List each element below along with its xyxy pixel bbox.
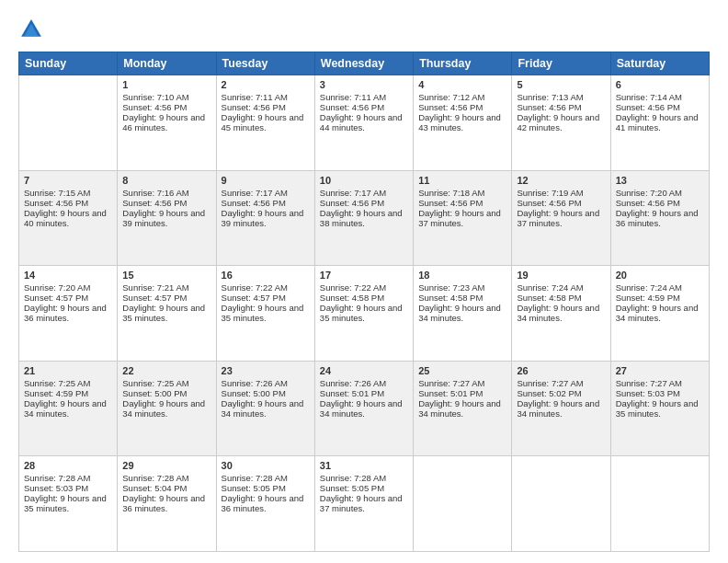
sunrise: Sunrise: 7:26 AM [320,378,386,388]
day-number: 27 [616,365,704,376]
daylight: Daylight: 9 hours and 37 minutes. [517,208,599,228]
calendar-cell: 1Sunrise: 7:10 AMSunset: 4:56 PMDaylight… [118,75,216,171]
sunrise: Sunrise: 7:14 AM [616,92,682,102]
sunset: Sunset: 4:56 PM [24,198,88,208]
sunset: Sunset: 4:58 PM [517,293,581,303]
sunrise: Sunrise: 7:26 AM [222,378,288,388]
calendar-cell: 2Sunrise: 7:11 AMSunset: 4:56 PMDaylight… [216,75,314,171]
col-header-sunday: Sunday [19,52,118,75]
daylight: Daylight: 9 hours and 34 minutes. [222,398,304,419]
sunset: Sunset: 5:01 PM [418,388,483,398]
sunrise: Sunrise: 7:10 AM [122,92,188,102]
sunset: Sunset: 4:58 PM [418,293,483,303]
daylight: Daylight: 9 hours and 40 minutes. [24,208,107,228]
sunrise: Sunrise: 7:28 AM [320,473,386,483]
day-number: 31 [320,460,408,471]
sunrise: Sunrise: 7:28 AM [222,473,288,483]
sunrise: Sunrise: 7:16 AM [122,188,188,198]
calendar-cell: 12Sunrise: 7:19 AMSunset: 4:56 PMDayligh… [512,170,610,266]
sunrise: Sunrise: 7:27 AM [616,378,682,388]
daylight: Daylight: 9 hours and 44 minutes. [320,112,403,132]
sunrise: Sunrise: 7:28 AM [122,473,188,483]
day-number: 25 [418,365,506,376]
col-header-friday: Friday [512,52,610,75]
day-number: 17 [320,270,408,281]
daylight: Daylight: 9 hours and 35 minutes. [24,493,107,513]
day-number: 10 [320,175,408,186]
daylight: Daylight: 9 hours and 37 minutes. [418,208,501,228]
col-header-thursday: Thursday [414,52,512,75]
sunset: Sunset: 4:57 PM [222,293,286,303]
calendar-cell: 8Sunrise: 7:16 AMSunset: 4:56 PMDaylight… [118,170,216,266]
sunset: Sunset: 4:56 PM [122,198,187,208]
day-number: 14 [24,270,112,281]
daylight: Daylight: 9 hours and 35 minutes. [122,303,205,323]
sunrise: Sunrise: 7:17 AM [222,188,288,198]
daylight: Daylight: 9 hours and 36 minutes. [222,493,304,513]
daylight: Daylight: 9 hours and 36 minutes. [616,208,699,228]
day-number: 12 [517,175,605,186]
calendar-cell: 23Sunrise: 7:26 AMSunset: 5:00 PMDayligh… [216,361,314,456]
daylight: Daylight: 9 hours and 37 minutes. [320,493,403,513]
daylight: Daylight: 9 hours and 42 minutes. [517,112,599,132]
calendar-cell: 19Sunrise: 7:24 AMSunset: 4:58 PMDayligh… [512,266,610,362]
sunset: Sunset: 4:58 PM [320,293,384,303]
calendar-cell: 22Sunrise: 7:25 AMSunset: 5:00 PMDayligh… [118,361,216,456]
calendar-cell: 24Sunrise: 7:26 AMSunset: 5:01 PMDayligh… [314,361,413,456]
sunrise: Sunrise: 7:27 AM [517,378,583,388]
sunset: Sunset: 5:02 PM [517,388,581,398]
page: SundayMondayTuesdayWednesdayThursdayFrid… [0,0,728,563]
calendar-header-row: SundayMondayTuesdayWednesdayThursdayFrid… [19,52,710,75]
calendar-cell: 14Sunrise: 7:20 AMSunset: 4:57 PMDayligh… [19,266,118,362]
calendar-cell [610,456,709,552]
daylight: Daylight: 9 hours and 34 minutes. [122,398,205,419]
calendar-cell: 27Sunrise: 7:27 AMSunset: 5:03 PMDayligh… [610,361,709,456]
daylight: Daylight: 9 hours and 35 minutes. [320,303,403,323]
calendar-cell: 5Sunrise: 7:13 AMSunset: 4:56 PMDaylight… [512,75,610,171]
calendar-week-row: 7Sunrise: 7:15 AMSunset: 4:56 PMDaylight… [19,170,710,266]
sunrise: Sunrise: 7:24 AM [517,282,583,293]
calendar-cell [19,75,118,171]
daylight: Daylight: 9 hours and 41 minutes. [616,112,699,132]
day-number: 19 [517,270,605,281]
sunset: Sunset: 4:56 PM [418,102,483,112]
day-number: 26 [517,365,605,376]
calendar-cell: 31Sunrise: 7:28 AMSunset: 5:05 PMDayligh… [314,456,413,552]
sunset: Sunset: 5:00 PM [122,388,187,398]
day-number: 21 [24,365,112,376]
day-number: 7 [24,175,112,186]
sunrise: Sunrise: 7:21 AM [122,282,188,293]
day-number: 22 [122,365,210,376]
sunset: Sunset: 4:59 PM [616,293,680,303]
calendar-cell: 15Sunrise: 7:21 AMSunset: 4:57 PMDayligh… [118,266,216,362]
sunset: Sunset: 5:04 PM [122,483,187,493]
sunrise: Sunrise: 7:15 AM [24,188,90,198]
sunrise: Sunrise: 7:20 AM [616,188,682,198]
calendar-cell: 29Sunrise: 7:28 AMSunset: 5:04 PMDayligh… [118,456,216,552]
sunset: Sunset: 4:57 PM [24,293,88,303]
calendar-cell: 25Sunrise: 7:27 AMSunset: 5:01 PMDayligh… [414,361,512,456]
day-number: 13 [616,175,704,186]
sunset: Sunset: 4:59 PM [24,388,88,398]
calendar-cell: 7Sunrise: 7:15 AMSunset: 4:56 PMDaylight… [19,170,118,266]
day-number: 1 [122,79,210,90]
sunset: Sunset: 4:56 PM [418,198,483,208]
col-header-wednesday: Wednesday [314,52,413,75]
calendar-table: SundayMondayTuesdayWednesdayThursdayFrid… [18,52,710,552]
sunset: Sunset: 4:56 PM [122,102,187,112]
day-number: 11 [418,175,506,186]
calendar-cell: 11Sunrise: 7:18 AMSunset: 4:56 PMDayligh… [414,170,512,266]
calendar-cell: 21Sunrise: 7:25 AMSunset: 4:59 PMDayligh… [19,361,118,456]
daylight: Daylight: 9 hours and 34 minutes. [418,398,501,419]
calendar-week-row: 1Sunrise: 7:10 AMSunset: 4:56 PMDaylight… [19,75,710,171]
sunset: Sunset: 5:05 PM [222,483,286,493]
calendar-cell: 6Sunrise: 7:14 AMSunset: 4:56 PMDaylight… [610,75,709,171]
day-number: 18 [418,270,506,281]
daylight: Daylight: 9 hours and 39 minutes. [222,208,304,228]
calendar-cell: 10Sunrise: 7:17 AMSunset: 4:56 PMDayligh… [314,170,413,266]
calendar-cell [414,456,512,552]
daylight: Daylight: 9 hours and 45 minutes. [222,112,304,132]
sunset: Sunset: 4:56 PM [320,102,384,112]
daylight: Daylight: 9 hours and 39 minutes. [122,208,205,228]
logo-icon [18,17,44,42]
